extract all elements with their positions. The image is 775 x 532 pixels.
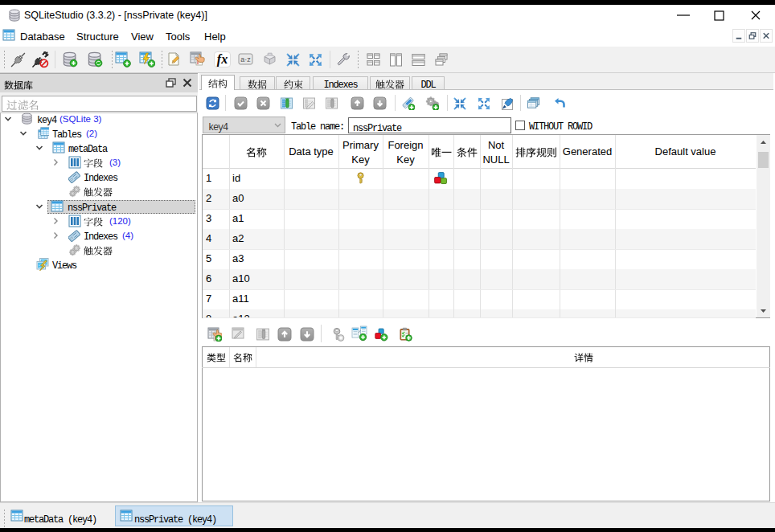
svg-text:a·z: a·z: [240, 55, 251, 63]
